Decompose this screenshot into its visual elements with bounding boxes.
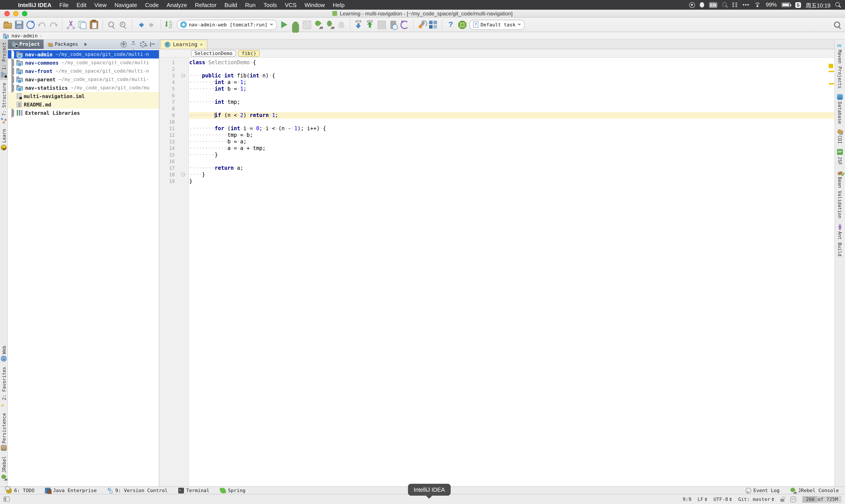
stripe-mark[interactable] xyxy=(829,71,834,72)
menu-build[interactable]: Build xyxy=(221,2,241,8)
open-icon[interactable] xyxy=(3,23,12,29)
screen-record-icon[interactable] xyxy=(689,2,695,8)
sync-icon[interactable] xyxy=(27,20,35,29)
project-structure-icon[interactable] xyxy=(429,20,438,29)
toolwindow-button-java-enterprise[interactable]: Java Enterprise xyxy=(45,487,97,493)
caret-position[interactable]: 9:9 xyxy=(683,496,691,502)
tree-row-nav-commons[interactable]: nav-commons~/my_code_space/git_code/mult… xyxy=(8,58,159,67)
menu-refactor[interactable]: Refactor xyxy=(191,2,221,8)
jrebel-debug-icon[interactable]: JR xyxy=(326,20,334,29)
minimize-window-button[interactable] xyxy=(13,11,18,16)
code-line-11[interactable]: 11········for·(int·i·=·0;·i·<·(n·-·1);·i… xyxy=(159,125,834,132)
save-icon[interactable] xyxy=(15,20,23,29)
tree-expand-arrow[interactable] xyxy=(12,51,16,57)
stripe-button-ant-build[interactable]: Ant Build xyxy=(836,221,844,259)
copy-icon[interactable] xyxy=(78,20,87,29)
encoding-select[interactable]: UTF-8 xyxy=(714,496,732,502)
vcs-commit-icon[interactable]: VCS xyxy=(366,20,374,29)
spotlight-icon[interactable] xyxy=(835,2,841,7)
line-ending-select[interactable]: LF xyxy=(698,496,707,502)
qq-icon[interactable] xyxy=(700,2,704,7)
code-line-4[interactable]: 4········int·a·=·1; xyxy=(159,79,834,86)
undo-icon[interactable] xyxy=(38,20,46,29)
stripe-button-persistence[interactable]: Persistence xyxy=(0,410,7,453)
code-line-17[interactable]: 17········return·a; xyxy=(159,165,834,172)
menu-analyze[interactable]: Analyze xyxy=(163,2,191,8)
task-selector[interactable]: Default task xyxy=(470,20,525,30)
code-line-19[interactable]: 19} xyxy=(159,178,834,185)
wifi-icon[interactable] xyxy=(754,2,761,7)
vcs-branch-select[interactable]: Git: master xyxy=(738,496,774,502)
toolwindow-switcher-icon[interactable] xyxy=(3,497,10,502)
menu-code[interactable]: Code xyxy=(141,2,163,8)
toolwindow-button-spring[interactable]: Spring xyxy=(220,487,246,493)
code-line-9[interactable]: 9········if·(n·<·2)·return·1; xyxy=(159,112,834,119)
coverage-icon[interactable] xyxy=(303,20,311,29)
code-line-2[interactable]: 2 xyxy=(159,66,834,73)
run-configuration-select[interactable]: nav-admin-web [tomcat7:run] xyxy=(177,20,277,30)
back-icon[interactable] xyxy=(137,20,145,29)
battery-icon[interactable] xyxy=(781,3,790,7)
toolwindow-button-6-todo[interactable]: 6: TODO xyxy=(6,487,35,493)
fold-column[interactable] xyxy=(179,172,189,178)
code-line-18[interactable]: 18····} xyxy=(159,172,834,178)
input-source-badge[interactable]: EN xyxy=(709,2,718,8)
code-line-8[interactable]: 8 xyxy=(159,106,834,112)
vcs-update-icon[interactable]: VCS xyxy=(355,20,363,29)
history-icon[interactable] xyxy=(390,20,396,29)
search-everywhere-icon[interactable] xyxy=(833,20,842,29)
more-tabs-arrow-icon[interactable] xyxy=(85,42,89,46)
paste-icon[interactable] xyxy=(90,20,98,29)
tree-row-nav-statistics[interactable]: nav-statistics~/my_code_space/git_code/m… xyxy=(8,84,159,92)
panel-settings-gear-icon[interactable] xyxy=(140,41,146,47)
code-line-15[interactable]: 15········} xyxy=(159,152,834,158)
display-bars-icon[interactable] xyxy=(733,2,738,7)
code-editor[interactable]: 1class·SelectionDemo·{23····public·int·f… xyxy=(159,58,834,486)
tree-expand-arrow[interactable] xyxy=(12,59,16,66)
stripe-button-bean-validation[interactable]: Bean Validation xyxy=(837,167,843,221)
toolwindow-button-jrebel-console[interactable]: JRebel Console xyxy=(790,487,839,493)
collapse-all-icon[interactable] xyxy=(130,41,137,47)
tree-expand-arrow[interactable] xyxy=(12,76,16,83)
stripe-button-maven-projects[interactable]: mMaven Projects xyxy=(836,40,844,91)
code-line-5[interactable]: 5········int·b·=·1; xyxy=(159,86,834,92)
tree-row-nav-admin[interactable]: nav-admin~/my_code_space/git_code/multi-… xyxy=(8,50,159,58)
help-icon[interactable] xyxy=(447,20,455,29)
forward-icon[interactable] xyxy=(148,20,156,29)
tree-row-nav-parent[interactable]: nav-parent~/my_code_space/git_code/multi… xyxy=(8,75,159,84)
toolwindow-button-event-log[interactable]: Event Log xyxy=(745,487,779,493)
more-status-icon[interactable]: ••• xyxy=(743,2,750,8)
sort-icon[interactable]: 01 10 01 xyxy=(165,20,174,29)
tree-expand-arrow[interactable] xyxy=(12,68,16,74)
sogou-icon[interactable] xyxy=(722,2,728,7)
code-line-7[interactable]: 7········int·tmp; xyxy=(159,99,834,106)
tree-row-multi-navigation-iml[interactable]: multi-navigation.iml xyxy=(8,92,159,100)
menu-run[interactable]: Run xyxy=(241,2,260,8)
code-line-12[interactable]: 12············tmp·=·b; xyxy=(159,132,834,139)
stripe-button-cdi[interactable]: CDI xyxy=(837,126,843,146)
hector-inspector-icon[interactable] xyxy=(790,496,796,502)
profile-disabled-icon[interactable] xyxy=(338,21,344,28)
tree-row-nav-front[interactable]: nav-front~/my_code_space/git_code/multi-… xyxy=(8,67,159,75)
menu-tools[interactable]: Tools xyxy=(260,2,281,8)
unlock-icon[interactable] xyxy=(780,499,784,502)
breadcrumb-fib[interactable]: fib() xyxy=(238,50,260,56)
stripe-mark[interactable] xyxy=(829,83,834,85)
menu-view[interactable]: View xyxy=(90,2,110,8)
code-line-16[interactable]: 16 xyxy=(159,158,834,165)
breadcrumb-selectiondemo[interactable]: SelectionDemo xyxy=(191,50,236,56)
ime-s-badge[interactable]: S xyxy=(795,2,801,8)
panel-tab-packages[interactable]: Packages xyxy=(44,40,82,49)
close-window-button[interactable] xyxy=(4,11,10,16)
toolwindow-button-9-version-control[interactable]: 9: Version Control xyxy=(107,487,168,493)
scroll-to-source-icon[interactable] xyxy=(121,41,127,47)
tree-expand-arrow[interactable] xyxy=(12,110,16,116)
stripe-button-jrebel[interactable]: JRebel xyxy=(0,453,7,483)
settings-icon[interactable] xyxy=(419,21,425,28)
menubar-clock[interactable]: 周五10:19 xyxy=(806,1,830,9)
hide-panel-icon[interactable] xyxy=(149,41,156,47)
navbar-path[interactable]: nav-admin xyxy=(12,33,38,38)
code-line-14[interactable]: 14············a·=·a·+·tmp; xyxy=(159,145,834,152)
memory-indicator[interactable]: 266 of 725M xyxy=(802,496,842,502)
memory-chip-icon[interactable] xyxy=(459,21,465,28)
